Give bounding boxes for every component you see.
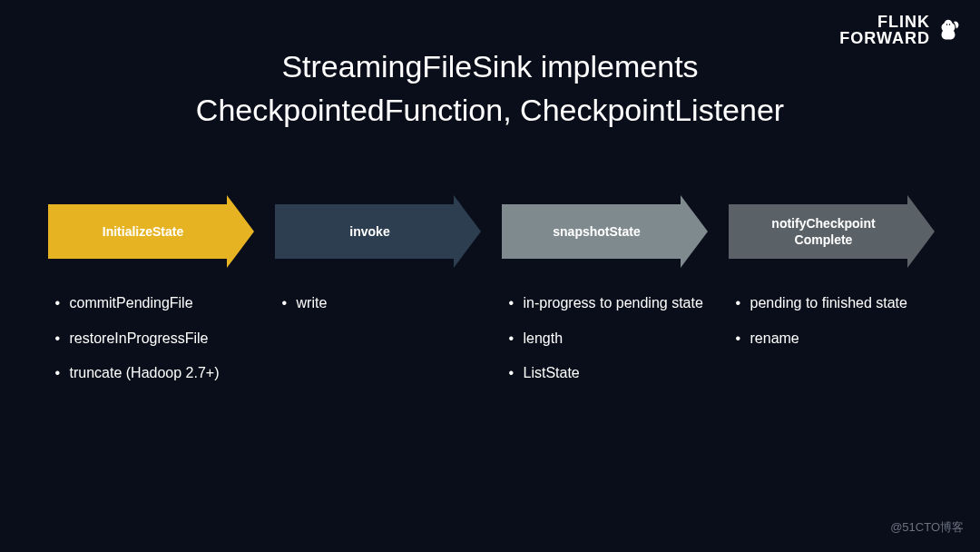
bullets-initialize-state: commitPendingFile restoreInProgressFile … bbox=[48, 293, 252, 398]
slide-title: StreamingFileSink implements Checkpointe… bbox=[0, 45, 980, 132]
bullet-item: length bbox=[509, 329, 706, 349]
arrow-notify-checkpoint-complete: notifyCheckpointComplete bbox=[729, 195, 933, 268]
step-invoke: invoke write bbox=[275, 195, 479, 398]
step-snapshot-state: snapshotState in-progress to pending sta… bbox=[502, 195, 706, 398]
logo-line1: FLINK bbox=[839, 14, 930, 30]
step-notify-checkpoint-complete: notifyCheckpointComplete pending to fini… bbox=[729, 195, 933, 398]
bullet-item: write bbox=[282, 293, 479, 313]
bullet-item: pending to finished state bbox=[736, 293, 933, 313]
step-initialize-state: InitializeState commitPendingFile restor… bbox=[48, 195, 252, 398]
title-line2: CheckpointedFunction, CheckpointListener bbox=[196, 93, 784, 127]
flink-forward-logo: FLINK FORWARD bbox=[839, 14, 962, 46]
bullet-item: ListState bbox=[509, 363, 706, 383]
arrow-snapshot-state: snapshotState bbox=[502, 195, 706, 268]
bullet-item: commitPendingFile bbox=[55, 293, 252, 313]
arrow-label: snapshotState bbox=[553, 223, 653, 240]
arrow-label: InitializeState bbox=[103, 223, 197, 240]
arrow-invoke: invoke bbox=[275, 195, 479, 268]
logo-line2: FORWARD bbox=[839, 30, 930, 46]
title-line1: StreamingFileSink implements bbox=[281, 49, 698, 84]
arrow-label: notifyCheckpointComplete bbox=[771, 215, 888, 248]
bullets-invoke: write bbox=[275, 293, 479, 328]
bullet-item: restoreInProgressFile bbox=[55, 329, 252, 349]
bullet-item: in-progress to pending state bbox=[509, 293, 706, 313]
logo-text: FLINK FORWARD bbox=[839, 14, 930, 46]
bullet-item: truncate (Hadoop 2.7+) bbox=[55, 363, 252, 383]
watermark-text: @51CTO博客 bbox=[890, 519, 964, 536]
arrow-initialize-state: InitializeState bbox=[48, 195, 252, 268]
squirrel-icon bbox=[935, 16, 962, 44]
bullets-snapshot-state: in-progress to pending state length List… bbox=[502, 293, 706, 398]
process-flow-diagram: InitializeState commitPendingFile restor… bbox=[0, 195, 980, 398]
bullets-notify-checkpoint-complete: pending to finished state rename bbox=[729, 293, 933, 363]
arrow-label: invoke bbox=[349, 223, 403, 240]
bullet-item: rename bbox=[736, 329, 933, 349]
